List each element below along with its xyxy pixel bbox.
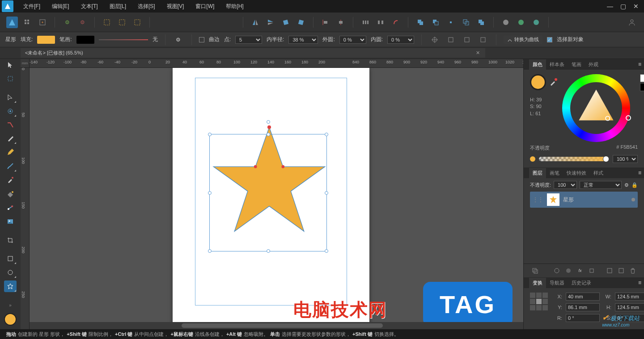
panel-menu-icon[interactable]: ≡ <box>636 280 644 286</box>
deselect-icon[interactable] <box>116 17 128 28</box>
tab-close-icon[interactable]: ✕ <box>475 50 481 56</box>
intersect-op-icon[interactable] <box>445 17 457 28</box>
align-left-icon[interactable] <box>320 17 331 28</box>
h-input[interactable] <box>615 303 644 311</box>
adjustment-icon[interactable] <box>564 266 573 276</box>
tab-transform[interactable]: 变换 <box>529 278 546 288</box>
s-input[interactable] <box>615 314 644 322</box>
anchor-selector[interactable] <box>530 293 548 310</box>
account-icon[interactable] <box>626 17 638 28</box>
tab-history[interactable]: 历史记录 <box>568 278 595 288</box>
new-pixel-layer-icon[interactable] <box>605 266 614 276</box>
tab-stroke[interactable]: 笔画 <box>568 59 585 70</box>
visibility-dot[interactable] <box>631 198 635 201</box>
menu-window[interactable]: 窗口[W] <box>190 1 220 12</box>
stroke-color-well[interactable] <box>76 36 94 44</box>
select-new-checkbox[interactable]: ✓ <box>547 37 552 42</box>
fill-color-well[interactable] <box>37 36 55 44</box>
align-tool-4[interactable] <box>477 34 489 46</box>
preferences-icon[interactable]: ⚙ <box>61 17 73 28</box>
menu-help[interactable]: 帮助[H] <box>220 1 249 12</box>
insert-top-icon[interactable] <box>530 17 542 28</box>
auto-distribute-icon[interactable] <box>375 17 386 28</box>
w-input[interactable] <box>615 293 644 301</box>
combine-op-icon[interactable] <box>475 17 487 28</box>
primary-color-swatch[interactable] <box>530 74 546 90</box>
close-button[interactable]: ✕ <box>633 3 639 10</box>
tab-swatch[interactable]: 样本条 <box>546 59 568 70</box>
rotate-cw-icon[interactable] <box>295 17 307 28</box>
swatch-pair[interactable] <box>640 74 644 91</box>
distribute-h-icon[interactable] <box>360 17 371 28</box>
document-tab[interactable]: <未命名> [已修改] (65.5%) ✕ <box>21 48 485 58</box>
scrollbar-horizontal[interactable] <box>30 322 523 329</box>
move-tool[interactable] <box>4 59 17 71</box>
crop-tool[interactable] <box>4 234 17 246</box>
divide-op-icon[interactable] <box>460 17 472 28</box>
select-all-icon[interactable] <box>101 17 113 28</box>
settings-icon[interactable]: ⚙ <box>173 34 184 46</box>
layer-item[interactable]: ⋮⋮ 星形 <box>530 192 638 208</box>
ruler-vertical[interactable]: 050100150200250 <box>21 68 30 329</box>
menu-view[interactable]: 视图[V] <box>161 1 190 12</box>
ruler-unit[interactable]: mm <box>21 59 30 68</box>
corner-tool[interactable] <box>4 119 17 131</box>
eyedropper-icon[interactable] <box>549 78 558 87</box>
chevron-right-icon[interactable]: » <box>4 299 17 311</box>
insert-inside-icon[interactable] <box>515 17 527 28</box>
stroke-width-slider[interactable] <box>99 39 148 40</box>
transparency-tool[interactable] <box>4 202 17 213</box>
points-input[interactable]: 5 <box>235 36 262 44</box>
minimize-button[interactable]: — <box>607 3 613 10</box>
lock-icon[interactable]: 🔒 <box>631 182 638 188</box>
inner-radius-input[interactable]: 38 % <box>288 36 318 44</box>
export-persona-icon[interactable] <box>37 17 48 28</box>
opacity-handle[interactable] <box>603 156 609 162</box>
contour-tool[interactable] <box>4 105 17 117</box>
crop-layer-icon[interactable] <box>587 266 597 276</box>
pencil-tool[interactable] <box>4 146 17 158</box>
add-op-icon[interactable] <box>415 17 426 28</box>
menu-edit[interactable]: 编辑[E] <box>47 1 75 12</box>
delete-layer-icon[interactable] <box>628 266 638 276</box>
node-tool[interactable] <box>4 92 17 103</box>
y-input[interactable] <box>566 303 600 311</box>
outer-circle-input[interactable]: 0 % <box>339 36 366 44</box>
menu-select[interactable]: 选择[S] <box>132 1 161 12</box>
hue-handle[interactable] <box>626 115 631 121</box>
ruler-horizontal[interactable]: -140-120-100-80-60-40-200204060801001201… <box>30 59 523 68</box>
maximize-button[interactable]: ▢ <box>620 3 626 10</box>
pen-tool[interactable] <box>4 133 17 144</box>
gear-icon[interactable]: ⚙ <box>624 182 629 188</box>
new-layer-icon[interactable] <box>616 266 626 276</box>
rotate-ccw-icon[interactable] <box>280 17 292 28</box>
menu-layer[interactable]: 图层[L] <box>104 1 131 12</box>
tab-fx[interactable]: 快速特效 <box>563 168 590 178</box>
curve-checkbox[interactable] <box>199 37 204 42</box>
fill-tool[interactable] <box>4 188 17 200</box>
x-input[interactable] <box>566 293 600 301</box>
eyedropper-tool[interactable] <box>4 174 17 186</box>
color-selector[interactable] <box>4 313 17 326</box>
panel-menu-icon[interactable]: ≡ <box>636 170 644 176</box>
canvas-viewport[interactable]: 电脑技术网 www.tagxp.com TAG <box>30 68 523 322</box>
subtract-op-icon[interactable] <box>430 17 441 28</box>
blend-mode-select[interactable]: 正常 <box>580 181 622 189</box>
color-wheel[interactable] <box>562 74 630 142</box>
layer-opacity-input[interactable]: 100 % <box>554 181 577 189</box>
selection-bounds[interactable] <box>209 134 327 251</box>
brush-tool[interactable] <box>4 160 17 172</box>
drag-handle-icon[interactable]: ⋮⋮ <box>533 197 543 203</box>
r-input[interactable] <box>566 314 600 322</box>
duplicate-layer-icon[interactable] <box>530 266 540 276</box>
flip-vertical-icon[interactable] <box>265 17 276 28</box>
tab-styles[interactable]: 样式 <box>590 168 607 178</box>
tab-navigator[interactable]: 导航器 <box>546 278 568 288</box>
panel-menu-icon[interactable]: ≡ <box>636 61 644 67</box>
flip-horizontal-icon[interactable] <box>250 17 261 28</box>
ellipse-tool[interactable] <box>4 267 17 278</box>
snap-icon[interactable] <box>390 17 402 28</box>
mask-icon[interactable] <box>552 266 562 276</box>
align-tool-2[interactable] <box>445 34 457 46</box>
document-setup-icon[interactable]: ⚙ <box>76 17 88 28</box>
